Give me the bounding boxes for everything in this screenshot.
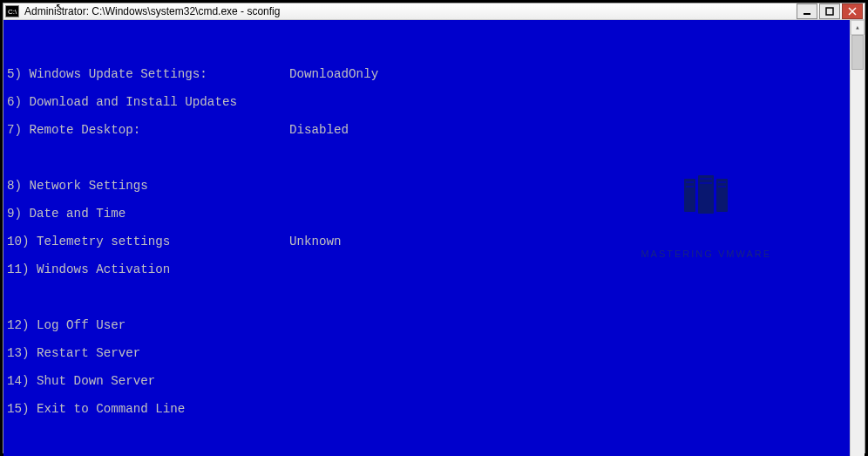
menu-item-10-label: 10) Telemetry settings (7, 235, 289, 248)
menu-item-12-label: 12) Log Off User (7, 318, 289, 332)
chevron-up-icon: ▴ (855, 23, 859, 32)
menu-item-10-value: Unknown (289, 235, 342, 248)
menu-item-5-value: DownloadOnly (289, 67, 378, 81)
menu-item-8-label: 8) Network Settings (7, 179, 289, 193)
menu-item-5-label: 5) Windows Update Settings: (7, 67, 289, 81)
svg-rect-0 (804, 13, 810, 15)
minimize-icon (803, 7, 811, 16)
cmd-icon: C:\ (5, 5, 19, 17)
cursor-arrow-icon: ↖ (56, 0, 63, 13)
watermark: MASTERING VMWARE (641, 151, 771, 289)
menu-item-15-label: 15) Exit to Command Line (7, 402, 289, 416)
menu-item-14-label: 14) Shut Down Server (7, 374, 289, 388)
window-title: Administrator: C:\Windows\system32\cmd.e… (24, 5, 795, 17)
menu-item-7-label: 7) Remote Desktop: (7, 123, 289, 137)
maximize-button[interactable] (819, 3, 840, 19)
scroll-up-button[interactable]: ▴ (851, 20, 865, 35)
minimize-button[interactable] (797, 3, 817, 19)
svg-rect-1 (826, 8, 833, 15)
titlebar[interactable]: C:\ Administrator: C:\Windows\system32\c… (3, 3, 865, 20)
watermark-text: MASTERING VMWARE (641, 247, 771, 261)
cmd-window: ↖ C:\ Administrator: C:\Windows\system32… (3, 3, 865, 453)
menu-item-7-value: Disabled (289, 123, 349, 137)
menu-item-6-label: 6) Download and Install Updates (7, 95, 289, 109)
vertical-scrollbar[interactable]: ▴ ▾ (850, 20, 865, 456)
console-output[interactable]: 5) Windows Update Settings:DownloadOnly … (3, 20, 850, 456)
server-icon (641, 179, 771, 214)
close-button[interactable] (842, 3, 863, 19)
menu-item-11-label: 11) Windows Activation (7, 262, 289, 276)
menu-item-9-label: 9) Date and Time (7, 207, 289, 221)
menu-item-13-label: 13) Restart Server (7, 346, 289, 360)
console-area: 5) Windows Update Settings:DownloadOnly … (3, 20, 865, 456)
scroll-thumb[interactable] (851, 35, 864, 70)
scroll-track[interactable] (851, 35, 865, 456)
close-icon (848, 7, 857, 16)
maximize-icon (825, 7, 834, 16)
